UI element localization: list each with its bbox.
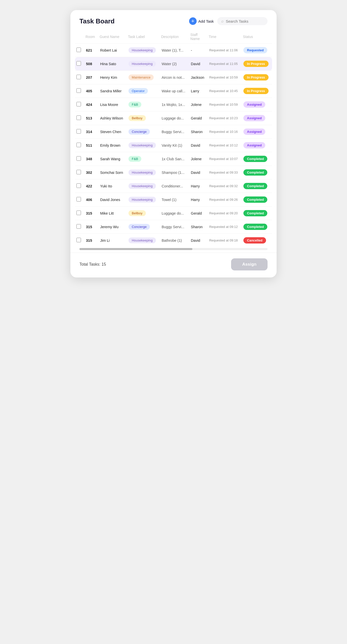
row-label: Housekeeping (126, 44, 160, 57)
row-description: Conditioner... (160, 179, 189, 193)
row-label: Housekeeping (126, 193, 160, 207)
row-label: Housekeeping (126, 179, 160, 193)
row-checkbox[interactable] (76, 183, 81, 188)
row-time: Requested at 09:20 (207, 207, 241, 220)
status-badge: Assigned (243, 142, 265, 148)
search-input[interactable] (226, 19, 264, 23)
row-checkbox[interactable] (76, 48, 81, 52)
row-staff: David (189, 234, 207, 247)
row-checkbox[interactable] (76, 75, 81, 79)
row-status: In Progress (241, 57, 272, 71)
row-label: Maintenance (126, 71, 160, 84)
row-checkbox-cell (75, 111, 84, 125)
row-checkbox[interactable] (76, 61, 81, 66)
col-checkbox (75, 30, 84, 44)
row-guest: David Jones (98, 193, 126, 207)
scrollbar-thumb (79, 248, 192, 250)
row-status: Assigned (241, 111, 272, 125)
row-checkbox-cell (75, 44, 84, 57)
row-checkbox[interactable] (76, 238, 81, 242)
add-task-button[interactable]: + Add Task (189, 17, 214, 25)
row-status: Assigned (241, 139, 272, 152)
row-staff: David (189, 57, 207, 71)
row-staff: Larry (189, 84, 207, 98)
row-status: Completed (241, 166, 272, 179)
table-row: 511 Emily Brown Housekeeping Vanity Kit … (75, 139, 272, 152)
col-time: Time (207, 30, 241, 44)
row-guest: Robert Lai (98, 44, 126, 57)
row-checkbox[interactable] (76, 143, 81, 147)
status-badge: Cancelled (243, 237, 266, 244)
status-badge: Requested (243, 47, 267, 53)
task-label-badge: Maintenance (128, 74, 154, 80)
row-checkbox[interactable] (76, 170, 81, 174)
row-checkbox-cell (75, 193, 84, 207)
task-label-badge: F&B (128, 156, 141, 162)
table-header-row: Room Guest Name Task Label Description S… (75, 30, 272, 44)
row-checkbox[interactable] (76, 156, 81, 161)
assign-button[interactable]: Assign (231, 258, 268, 270)
row-description: Wake up call... (160, 84, 189, 98)
row-checkbox-cell (75, 125, 84, 139)
status-badge: In Progress (243, 61, 269, 67)
task-label-badge: Housekeeping (128, 61, 156, 67)
row-guest: Lisa Moore (98, 98, 126, 111)
row-checkbox[interactable] (76, 115, 81, 120)
row-checkbox[interactable] (76, 129, 81, 134)
row-time: Requested at 09:32 (207, 179, 241, 193)
table-row: 314 Steven Chen Concierge Buggy Servi...… (75, 125, 272, 139)
row-label: Housekeeping (126, 139, 160, 152)
status-badge: In Progress (243, 74, 269, 80)
scrollbar-area[interactable] (79, 248, 268, 250)
row-checkbox[interactable] (76, 224, 81, 229)
row-checkbox[interactable] (76, 197, 81, 202)
row-time: Requested at 09:18 (207, 234, 241, 247)
row-room: 315 (84, 220, 98, 234)
table-row: 513 Ashley Wilson Bellboy Luggage do... … (75, 111, 272, 125)
task-label-badge: Housekeeping (128, 237, 156, 243)
row-time: Requested at 10:23 (207, 111, 241, 125)
row-time: Requested at 10:16 (207, 125, 241, 139)
row-room: 405 (84, 84, 98, 98)
row-description: Buggy Servi... (160, 125, 189, 139)
col-label: Task Label (126, 30, 160, 44)
row-status: Cancelled (241, 234, 272, 247)
row-status: Completed (241, 179, 272, 193)
row-description: Bathrobe (1) (160, 234, 189, 247)
row-guest: Ashley Wilson (98, 111, 126, 125)
row-description: Shampoo (1... (160, 166, 189, 179)
row-staff: Gerald (189, 207, 207, 220)
total-tasks-label: Total Tasks: (79, 262, 100, 266)
row-checkbox[interactable] (76, 211, 81, 215)
row-room: 315 (84, 207, 98, 220)
table-row: 406 David Jones Housekeeping Towel (1) H… (75, 193, 272, 207)
row-room: 348 (84, 152, 98, 166)
row-time: Requested at 11:06 (207, 44, 241, 57)
task-table: Room Guest Name Task Label Description S… (75, 30, 272, 247)
row-staff: Jolene (189, 152, 207, 166)
row-room: 424 (84, 98, 98, 111)
row-checkbox[interactable] (76, 88, 81, 93)
col-room: Room (84, 30, 98, 44)
page-title: Task Board (79, 17, 115, 25)
status-badge: Completed (243, 224, 267, 230)
row-description: 1x Mojito, 1x... (160, 98, 189, 111)
row-checkbox[interactable] (76, 102, 81, 106)
table-row: 405 Sandra Miller Operator Wake up call.… (75, 84, 272, 98)
row-room: 513 (84, 111, 98, 125)
col-description: Description (160, 30, 189, 44)
row-room: 422 (84, 179, 98, 193)
row-status: Requested (241, 44, 272, 57)
status-badge: Completed (243, 169, 267, 176)
task-label-badge: Housekeeping (128, 197, 156, 203)
row-guest: Steven Chen (98, 125, 126, 139)
task-label-badge: Bellboy (128, 115, 146, 121)
task-label-badge: Concierge (128, 224, 150, 230)
status-badge: Completed (243, 210, 267, 216)
row-status: In Progress (241, 84, 272, 98)
status-badge: Assigned (243, 115, 265, 121)
table-wrapper: Room Guest Name Task Label Description S… (70, 30, 277, 247)
row-checkbox-cell (75, 179, 84, 193)
row-checkbox-cell (75, 207, 84, 220)
row-description: Aircon is not... (160, 71, 189, 84)
